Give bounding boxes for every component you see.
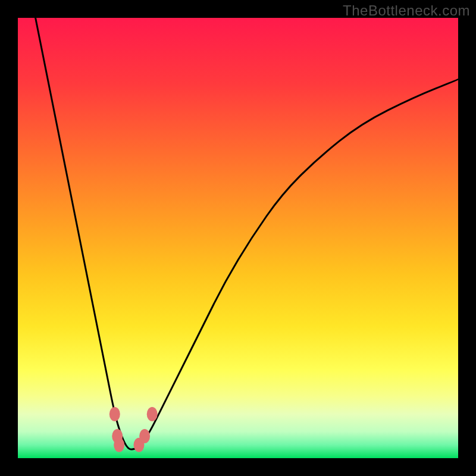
dip-marker xyxy=(147,407,158,421)
chart-frame: TheBottleneck.com xyxy=(0,0,476,476)
dip-marker xyxy=(139,429,150,443)
watermark-label: TheBottleneck.com xyxy=(343,2,470,19)
bottleneck-plot xyxy=(18,18,458,458)
dip-marker xyxy=(114,438,124,452)
gradient-background xyxy=(18,18,458,458)
dip-marker xyxy=(109,407,120,421)
